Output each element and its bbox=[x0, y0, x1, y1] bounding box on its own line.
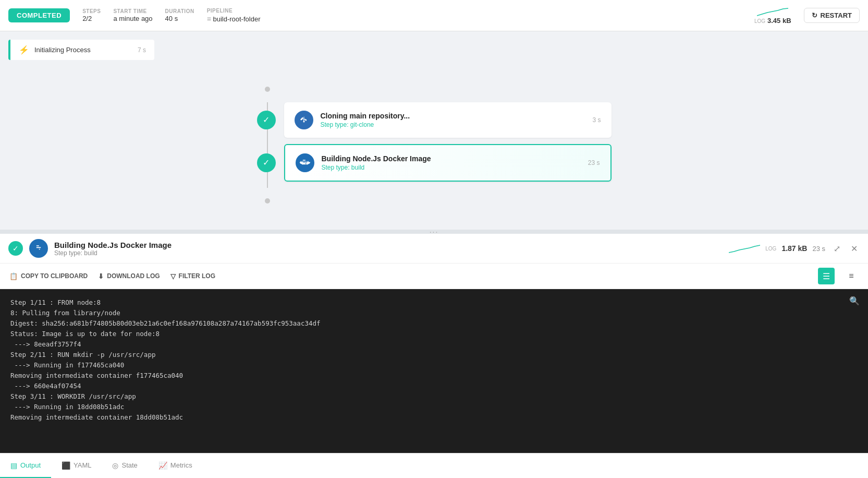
pipeline-area: ⚡ Initializing Process 7 s ✓ bbox=[0, 31, 868, 230]
log-step-subtitle: Step type: build bbox=[54, 249, 723, 257]
step-2-time: 23 s bbox=[588, 159, 600, 166]
step-2-check: ✓ bbox=[257, 153, 276, 172]
lightning-icon: ⚡ bbox=[19, 45, 29, 55]
duration-meta: DURATION 40 s bbox=[165, 8, 194, 23]
pipeline-label: PIPELINE bbox=[207, 7, 261, 14]
download-button[interactable]: ⬇ DOWNLOAD LOG bbox=[97, 270, 161, 282]
log-duration: 23 s bbox=[812, 245, 825, 253]
log-header: ✓ Building Node.Js Docker Image Step typ… bbox=[0, 234, 868, 264]
steps-value: 2/2 bbox=[82, 15, 101, 23]
output-icon: ▤ bbox=[10, 461, 17, 470]
list-view-button[interactable]: ≡ bbox=[843, 268, 860, 284]
filter-button[interactable]: ▽ FILTER LOG bbox=[169, 270, 216, 282]
log-label: LOG bbox=[765, 246, 776, 252]
steps-meta: STEPS 2/2 bbox=[82, 8, 101, 23]
bottom-tabs: ▤ Output ⬛ YAML ◎ State 📈 Metrics bbox=[0, 453, 868, 478]
step-2-title: Building Node.Js Docker Image bbox=[322, 154, 581, 163]
connector-dot-top bbox=[265, 87, 270, 92]
tab-yaml-label: YAML bbox=[74, 461, 91, 469]
restart-icon: ↻ bbox=[812, 11, 817, 19]
log-chart bbox=[729, 243, 760, 254]
state-icon: ◎ bbox=[112, 461, 118, 470]
log-toolbar: 📋 COPY TO CLIPBOARD ⬇ DOWNLOAD LOG ▽ FIL… bbox=[0, 264, 868, 289]
step-2-docker-icon bbox=[296, 153, 314, 172]
top-bar: COMPLETED STEPS 2/2 START TIME a minute … bbox=[0, 0, 868, 31]
step-1-info: Cloning main repository... Step type: gi… bbox=[321, 112, 585, 128]
log-step-title: Building Node.Js Docker Image bbox=[54, 241, 723, 249]
restart-label: RESTART bbox=[821, 11, 852, 19]
header-log-chart bbox=[757, 6, 788, 17]
init-time: 7 s bbox=[138, 46, 146, 54]
tab-metrics[interactable]: 📈 Metrics bbox=[148, 453, 203, 478]
search-icon[interactable]: 🔍 bbox=[849, 295, 860, 309]
tab-state-label: State bbox=[121, 461, 137, 469]
start-value: a minute ago bbox=[113, 15, 152, 23]
duration-value: 40 s bbox=[165, 15, 194, 23]
step-1-check: ✓ bbox=[257, 111, 276, 129]
header-log-label: LOG bbox=[754, 18, 765, 24]
divider-handle[interactable]: ··· bbox=[0, 230, 868, 234]
copy-button[interactable]: 📋 COPY TO CLIPBOARD bbox=[8, 270, 89, 282]
step-1-git-icon bbox=[295, 111, 313, 129]
close-button[interactable]: ✕ bbox=[849, 242, 860, 256]
download-icon: ⬇ bbox=[98, 272, 104, 280]
terminal-output: 🔍 Step 1/11 : FROM node:8 8: Pulling fro… bbox=[0, 289, 868, 453]
steps-area: ✓ Cloning main repository... Step type: … bbox=[0, 60, 868, 230]
step-1-time: 3 s bbox=[592, 116, 601, 124]
status-badge: COMPLETED bbox=[8, 8, 70, 22]
pipeline-value: ≡ build-root-folder bbox=[207, 14, 261, 24]
copy-icon: 📋 bbox=[9, 272, 18, 280]
log-step-info: Building Node.Js Docker Image Step type:… bbox=[54, 241, 723, 257]
step-1-title: Cloning main repository... bbox=[321, 112, 585, 120]
start-time-meta: START TIME a minute ago bbox=[113, 8, 152, 23]
steps-label: STEPS bbox=[82, 8, 101, 15]
step-2-subtitle: Step type: build bbox=[322, 164, 581, 171]
tab-state[interactable]: ◎ State bbox=[102, 453, 148, 478]
step-1-subtitle: Step type: git-clone bbox=[321, 121, 585, 128]
tab-output-label: Output bbox=[20, 461, 41, 469]
duration-label: DURATION bbox=[165, 8, 194, 15]
tab-output[interactable]: ▤ Output bbox=[0, 453, 51, 478]
pipeline-icon: ≡ bbox=[207, 15, 211, 23]
metrics-icon: 📈 bbox=[158, 461, 167, 470]
steps-container: ✓ Cloning main repository... Step type: … bbox=[257, 102, 612, 188]
wrap-view-button[interactable]: ☰ bbox=[818, 268, 835, 284]
expand-button[interactable]: ⤢ bbox=[832, 242, 842, 256]
step-1-card[interactable]: Cloning main repository... Step type: gi… bbox=[284, 102, 612, 138]
init-process-bar: ⚡ Initializing Process 7 s bbox=[8, 40, 154, 60]
pipeline-meta: PIPELINE ≡ build-root-folder bbox=[207, 7, 261, 24]
download-label: DOWNLOAD LOG bbox=[107, 272, 160, 280]
log-docker-icon bbox=[29, 239, 48, 258]
log-size-value: 1.87 kB bbox=[781, 244, 807, 253]
filter-label: FILTER LOG bbox=[179, 272, 215, 280]
restart-button[interactable]: ↻ RESTART bbox=[804, 8, 860, 23]
table-row: ✓ Building Node.Js Docker Image Step typ… bbox=[257, 144, 612, 182]
copy-label: COPY TO CLIPBOARD bbox=[21, 272, 88, 280]
log-step-check: ✓ bbox=[8, 241, 23, 256]
step-2-info: Building Node.Js Docker Image Step type:… bbox=[322, 154, 581, 171]
yaml-icon: ⬛ bbox=[62, 461, 70, 470]
terminal-content: Step 1/11 : FROM node:8 8: Pulling from … bbox=[10, 297, 858, 423]
tab-yaml[interactable]: ⬛ YAML bbox=[51, 453, 102, 478]
start-label: START TIME bbox=[113, 8, 152, 15]
step-2-card[interactable]: Building Node.Js Docker Image Step type:… bbox=[284, 144, 612, 182]
init-label: Initializing Process bbox=[34, 46, 132, 54]
filter-icon: ▽ bbox=[170, 272, 176, 280]
connector-dot-bottom bbox=[265, 198, 270, 204]
tab-metrics-label: Metrics bbox=[170, 461, 192, 469]
log-size-area: LOG 1.87 kB 23 s bbox=[729, 243, 825, 254]
log-panel: ✓ Building Node.Js Docker Image Step typ… bbox=[0, 234, 868, 453]
header-log-size: 3.45 kB bbox=[767, 17, 791, 25]
table-row: ✓ Cloning main repository... Step type: … bbox=[257, 102, 612, 138]
header-log-area: LOG 3.45 kB bbox=[754, 6, 791, 25]
